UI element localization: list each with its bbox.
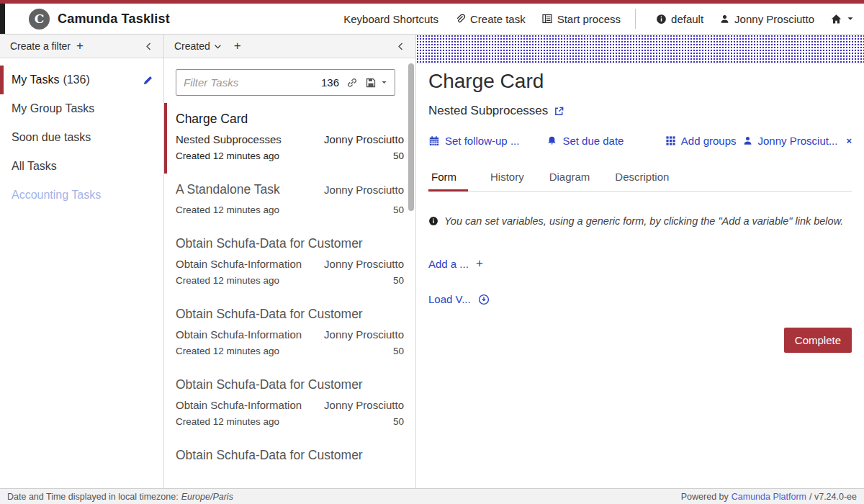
- form-info-row: You can set variables, using a generic f…: [428, 215, 852, 227]
- task-priority: 50: [393, 150, 404, 161]
- sort-control[interactable]: Created +: [174, 39, 241, 53]
- task-created: Created 12 minutes ago: [176, 275, 279, 286]
- task-title: Charge Card: [176, 112, 404, 127]
- detail-tabs: Form History Diagram Description: [428, 165, 852, 192]
- process-definition-row: Nested Subprocesses: [428, 104, 852, 118]
- groups-grid-icon: [665, 135, 676, 146]
- task-assignee: Jonny Prosciutto: [324, 184, 404, 196]
- filter-label: My Tasks: [12, 73, 59, 86]
- task-item-standalone[interactable]: A Standalone Task Jonny Prosciutto Creat…: [164, 174, 415, 228]
- footer: Date and Time displayed in local timezon…: [0, 488, 864, 504]
- user-label: Jonny Prosciutto: [734, 13, 814, 25]
- sort-label: Created: [174, 40, 210, 52]
- set-followup-link[interactable]: Set follow-up ...: [428, 135, 519, 147]
- copy-link-icon[interactable]: [346, 77, 358, 89]
- add-sort-button[interactable]: +: [234, 39, 241, 53]
- task-assignee: Jonny Prosciutto: [324, 133, 404, 145]
- task-created: Created 12 minutes ago: [176, 150, 279, 161]
- brand[interactable]: C Camunda Tasklist: [29, 9, 170, 30]
- task-item-charge-card[interactable]: Charge Card Nested Subprocesses Jonny Pr…: [164, 103, 415, 174]
- keyboard-shortcuts-label: Keyboard Shortcuts: [343, 13, 438, 25]
- add-groups-link[interactable]: Add groups: [665, 135, 737, 147]
- info-circle-icon: [428, 216, 438, 226]
- filter-count: (136): [63, 73, 89, 86]
- collapse-tasklist-icon[interactable]: [396, 42, 405, 51]
- home-menu[interactable]: [830, 13, 854, 25]
- set-due-date-label: Set due date: [562, 135, 624, 147]
- start-process-button[interactable]: Start process: [541, 13, 621, 25]
- task-item-schufa-3[interactable]: Obtain Schufa-Data for Customer Obtain S…: [164, 369, 415, 439]
- add-variable-plus-icon: +: [476, 256, 483, 271]
- filter-item-all-tasks[interactable]: All Tasks: [0, 152, 163, 181]
- add-variable-link[interactable]: Add a ... +: [428, 256, 852, 271]
- tasklist-header: Created +: [164, 35, 415, 58]
- task-process: Obtain Schufa-Information: [176, 328, 302, 341]
- tab-diagram[interactable]: Diagram: [546, 165, 593, 192]
- camunda-platform-link[interactable]: Camunda Platform: [732, 492, 806, 502]
- create-task-button[interactable]: Create task: [454, 13, 526, 25]
- info-circle-icon: [656, 14, 667, 24]
- add-variable-label: Add a ...: [428, 258, 469, 270]
- remove-assignee-button[interactable]: ×: [846, 135, 852, 146]
- task-created: Created 12 minutes ago: [176, 416, 279, 427]
- complete-button[interactable]: Complete: [784, 328, 852, 353]
- task-detail-title: Charge Card: [428, 70, 852, 93]
- task-title: Obtain Schufa-Data for Customer: [176, 377, 404, 392]
- task-item-schufa-1[interactable]: Obtain Schufa-Data for Customer Obtain S…: [164, 228, 415, 298]
- chevron-down-icon: [214, 42, 222, 50]
- complete-row: Complete: [428, 328, 852, 353]
- edit-filter-pencil-icon[interactable]: [143, 75, 153, 86]
- create-filter-plus-button[interactable]: +: [76, 39, 84, 53]
- filter-item-soon-due-tasks[interactable]: Soon due tasks: [0, 123, 163, 152]
- engine-selector[interactable]: default: [656, 13, 703, 25]
- navbar-menu: Keyboard Shortcuts Create task Start pro…: [328, 9, 854, 29]
- assignee-label: Jonny Prosciut...: [758, 135, 838, 147]
- task-detail-panel: Charge Card Nested Subprocesses Set foll…: [416, 35, 864, 488]
- task-item-schufa-4[interactable]: Obtain Schufa-Data for Customer: [164, 439, 415, 482]
- task-process: Obtain Schufa-Information: [176, 258, 302, 270]
- create-task-label: Create task: [470, 13, 526, 25]
- task-process: Nested Subprocesses: [176, 133, 282, 145]
- task-action-row: Set follow-up ... Set due date Add group…: [428, 135, 852, 147]
- engine-label: default: [671, 13, 703, 25]
- filter-item-my-group-tasks[interactable]: My Group Tasks: [0, 94, 163, 123]
- process-definition-label: Nested Subprocesses: [428, 104, 548, 118]
- task-priority: 50: [393, 346, 404, 356]
- filter-item-accounting-tasks[interactable]: Accounting Tasks: [0, 181, 163, 210]
- task-item-schufa-2[interactable]: Obtain Schufa-Data for Customer Obtain S…: [164, 298, 415, 369]
- left-edge-accent: [0, 4, 5, 34]
- filter-label: All Tasks: [12, 160, 57, 173]
- task-assignee: Jonny Prosciutto: [324, 328, 404, 341]
- task-search-box: 136: [176, 69, 395, 96]
- set-due-date-link[interactable]: Set due date: [546, 135, 624, 147]
- timezone-prefix: Date and Time displayed in local timezon…: [7, 492, 179, 502]
- assignee-link[interactable]: Jonny Prosciut...: [742, 135, 838, 147]
- tab-history[interactable]: History: [487, 165, 527, 192]
- collapse-sidebar-icon[interactable]: [144, 42, 153, 51]
- task-assignee: Jonny Prosciutto: [324, 258, 404, 270]
- load-variables-label: Load V...: [428, 293, 471, 305]
- load-variables-link[interactable]: Load V...: [428, 293, 852, 305]
- tasklist-scrollbar[interactable]: [408, 63, 414, 211]
- person-icon: [742, 135, 753, 146]
- set-followup-label: Set follow-up ...: [445, 135, 519, 147]
- home-icon: [830, 13, 842, 25]
- external-link-icon[interactable]: [554, 106, 564, 117]
- app-title: Camunda Tasklist: [58, 12, 170, 27]
- keyboard-shortcuts-link[interactable]: Keyboard Shortcuts: [343, 13, 438, 25]
- assignment-controls: Add groups Jonny Prosciut... ×: [665, 135, 852, 147]
- filter-item-my-tasks[interactable]: My Tasks (136): [0, 66, 163, 94]
- create-filter-label: Create a filter: [10, 40, 71, 52]
- tasklist-panel: Created + 136 Charge Card Nested Subproc…: [164, 35, 416, 488]
- form-info-text: You can set variables, using a generic f…: [444, 215, 843, 227]
- tab-form[interactable]: Form: [428, 165, 468, 192]
- filter-tasks-input[interactable]: [184, 76, 314, 89]
- task-assignee: Jonny Prosciutto: [324, 399, 404, 411]
- save-caret-down-icon[interactable]: [381, 79, 387, 86]
- tab-description[interactable]: Description: [612, 165, 672, 192]
- user-menu[interactable]: Jonny Prosciutto: [719, 13, 814, 25]
- bell-icon: [546, 135, 557, 146]
- save-filter-icon[interactable]: [365, 77, 377, 89]
- caret-down-icon: [847, 15, 854, 22]
- filter-label: Soon due tasks: [12, 131, 91, 144]
